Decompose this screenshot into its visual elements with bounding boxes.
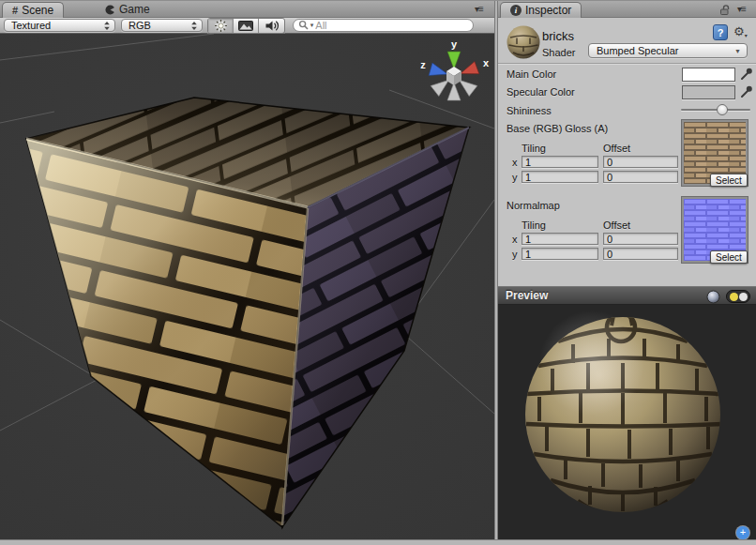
normal-tiling-y-field[interactable] bbox=[522, 248, 598, 260]
sun-icon bbox=[214, 19, 228, 33]
game-icon bbox=[105, 5, 115, 15]
x-row-label: x bbox=[512, 234, 518, 245]
unity-editor-window: # Scene Game ▾≡ Textured RGB bbox=[0, 0, 756, 545]
help-icon[interactable]: ? bbox=[713, 24, 728, 40]
preview-sphere-icon[interactable] bbox=[706, 290, 720, 304]
gizmo-x-label: x bbox=[483, 57, 490, 68]
gizmo-z-label: z bbox=[420, 59, 426, 70]
popup-arrows-icon bbox=[103, 21, 111, 31]
specular-color-swatch[interactable] bbox=[682, 85, 735, 99]
scene-search-field: ▾ bbox=[293, 19, 474, 32]
shader-dropdown[interactable]: Bumped Specular ▼ bbox=[588, 43, 748, 58]
toggle-white-dot bbox=[739, 293, 748, 301]
preview-header[interactable]: Preview bbox=[498, 286, 756, 305]
scene-tabbar: # Scene Game ▾≡ bbox=[0, 1, 494, 18]
scene-viewport[interactable]: y x z bbox=[0, 34, 494, 539]
base-offset-x-field[interactable] bbox=[603, 156, 678, 168]
color-mode-value: RGB bbox=[129, 20, 151, 31]
y-row-label: y bbox=[512, 172, 518, 183]
x-row-label: x bbox=[512, 157, 518, 168]
audio-toggle-button[interactable] bbox=[259, 19, 284, 33]
search-filter-caret-icon[interactable]: ▾ bbox=[310, 22, 314, 29]
toggle-yellow-dot bbox=[730, 293, 738, 301]
inspector-tabbar: i Inspector ▾≡ bbox=[498, 1, 756, 18]
add-preview-button[interactable]: + bbox=[736, 526, 749, 539]
slider-thumb[interactable] bbox=[717, 104, 728, 115]
base-select-button[interactable]: Select bbox=[710, 174, 748, 187]
search-input[interactable] bbox=[315, 20, 467, 31]
scene-view-toggles bbox=[207, 18, 285, 34]
normal-offset-x-field[interactable] bbox=[603, 233, 678, 245]
material-preview-area[interactable] bbox=[498, 305, 756, 539]
tab-scene[interactable]: # Scene bbox=[2, 2, 64, 18]
window-bottom-edge bbox=[0, 539, 756, 545]
base-offset-y-field[interactable] bbox=[603, 171, 678, 183]
normal-select-button[interactable]: Select bbox=[710, 250, 748, 264]
lighting-toggle-button[interactable] bbox=[208, 19, 234, 33]
normal-tiling-x-field[interactable] bbox=[522, 233, 598, 245]
shader-value: Bumped Specular bbox=[597, 45, 678, 56]
offset-header: Offset bbox=[603, 220, 630, 231]
tab-inspector[interactable]: i Inspector bbox=[500, 2, 582, 18]
normal-offset-y-field[interactable] bbox=[603, 248, 678, 260]
tiling-header: Tiling bbox=[522, 143, 546, 154]
tiling-header: Tiling bbox=[522, 220, 546, 231]
material-name: bricks bbox=[542, 29, 574, 43]
offset-header: Offset bbox=[603, 143, 630, 154]
shininess-label: Shininess bbox=[507, 105, 552, 116]
slider-track[interactable] bbox=[681, 109, 750, 111]
speaker-icon bbox=[265, 20, 280, 32]
shader-label: Shader bbox=[542, 47, 575, 58]
base-tiling-y-field[interactable] bbox=[522, 171, 598, 183]
eyedropper-icon[interactable] bbox=[740, 84, 753, 98]
gear-menu-button[interactable]: ⚙▾ bbox=[733, 25, 748, 38]
render-mode-toggle-button[interactable] bbox=[234, 19, 259, 33]
base-tiling-x-field[interactable] bbox=[522, 156, 598, 168]
scene-grid-icon: # bbox=[12, 5, 18, 16]
gear-icon: ⚙ bbox=[733, 25, 745, 38]
material-preview-thumb bbox=[506, 24, 541, 60]
tab-scene-label: Scene bbox=[22, 4, 53, 17]
popup-arrows-icon bbox=[190, 21, 198, 31]
main-color-swatch[interactable] bbox=[682, 68, 735, 82]
image-icon bbox=[238, 21, 253, 31]
normal-map-label: Normalmap bbox=[507, 200, 560, 211]
scene-toolbar: Textured RGB bbox=[0, 18, 494, 34]
gizmo-y-label: y bbox=[451, 38, 458, 50]
tab-inspector-label: Inspector bbox=[525, 4, 571, 17]
tab-game[interactable]: Game bbox=[99, 2, 156, 17]
info-icon: i bbox=[510, 5, 522, 16]
draw-mode-dropdown[interactable]: Textured bbox=[4, 19, 115, 32]
scene-pane: # Scene Game ▾≡ Textured RGB bbox=[0, 1, 494, 539]
material-inspector: bricks Shader Bumped Specular ▼ ? ⚙▾ Mai… bbox=[498, 18, 756, 286]
main-color-label: Main Color bbox=[507, 68, 556, 80]
lock-icon[interactable] bbox=[719, 4, 732, 16]
draw-mode-value: Textured bbox=[11, 20, 51, 31]
chevron-down-icon: ▼ bbox=[734, 48, 741, 54]
specular-color-label: Specular Color bbox=[507, 86, 575, 98]
base-map-label: Base (RGB) Gloss (A) bbox=[507, 123, 608, 134]
inspector-panel-menu-icon[interactable]: ▾≡ bbox=[737, 4, 746, 14]
color-mode-dropdown[interactable]: RGB bbox=[121, 19, 203, 32]
eyedropper-icon[interactable] bbox=[740, 67, 753, 81]
preview-title: Preview bbox=[506, 289, 548, 302]
scene-panel-menu-icon[interactable]: ▾≡ bbox=[475, 4, 483, 14]
shininess-slider[interactable] bbox=[681, 103, 750, 116]
y-row-label: y bbox=[512, 249, 518, 260]
search-icon bbox=[298, 20, 309, 31]
gear-caret-icon: ▾ bbox=[745, 32, 748, 38]
preview-light-toggle[interactable] bbox=[726, 290, 750, 303]
tab-game-label: Game bbox=[119, 3, 150, 16]
inspector-pane: i Inspector ▾≡ bbox=[498, 1, 756, 539]
